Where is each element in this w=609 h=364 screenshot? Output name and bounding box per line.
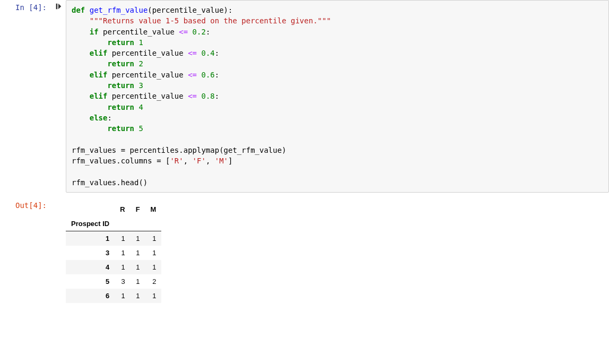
cell-R: 1	[115, 246, 130, 260]
cell-M: 1	[145, 260, 162, 274]
run-button-col	[51, 0, 66, 193]
row-index: 1	[66, 231, 115, 246]
input-prompt: In [4]:	[0, 0, 51, 193]
column-header-row: R F M	[66, 202, 161, 216]
code-input-area[interactable]: def get_rfm_value(percentile_value): """…	[66, 0, 609, 193]
output-spacer	[51, 198, 66, 303]
code-block: def get_rfm_value(percentile_value): """…	[72, 5, 603, 188]
run-cell-icon[interactable]	[55, 3, 62, 12]
row-index: 5	[66, 274, 115, 289]
cell-F: 1	[130, 231, 145, 246]
output-area: R F M Prospect ID 1 1 1 1	[66, 198, 609, 303]
cell-R: 3	[115, 274, 130, 289]
cell-F: 1	[130, 260, 145, 274]
cell-R: 1	[115, 260, 130, 274]
row-index: 3	[66, 246, 115, 260]
cell-M: 2	[145, 274, 162, 289]
output-cell: Out[4]: R F M Prospect ID 1	[0, 198, 609, 303]
table-row: 6 1 1 1	[66, 289, 161, 303]
col-M: M	[145, 202, 162, 216]
cell-M: 1	[145, 289, 162, 303]
dataframe-table: R F M Prospect ID 1 1 1 1	[66, 202, 161, 303]
output-prompt: Out[4]:	[0, 198, 51, 303]
cell-F: 1	[130, 274, 145, 289]
input-cell: In [4]: def get_rfm_value(percentile_val…	[0, 0, 609, 193]
index-name-row: Prospect ID	[66, 216, 161, 231]
index-name: Prospect ID	[66, 216, 115, 231]
cell-M: 1	[145, 231, 162, 246]
table-row: 5 3 1 2	[66, 274, 161, 289]
blank-corner	[66, 202, 115, 216]
table-row: 3 1 1 1	[66, 246, 161, 260]
cell-F: 1	[130, 246, 145, 260]
col-F: F	[130, 202, 145, 216]
table-row: 1 1 1 1	[66, 231, 161, 246]
cell-R: 1	[115, 231, 130, 246]
cell-M: 1	[145, 246, 162, 260]
row-index: 6	[66, 289, 115, 303]
table-row: 4 1 1 1	[66, 260, 161, 274]
row-index: 4	[66, 260, 115, 274]
cell-F: 1	[130, 289, 145, 303]
col-R: R	[115, 202, 130, 216]
cell-R: 1	[115, 289, 130, 303]
